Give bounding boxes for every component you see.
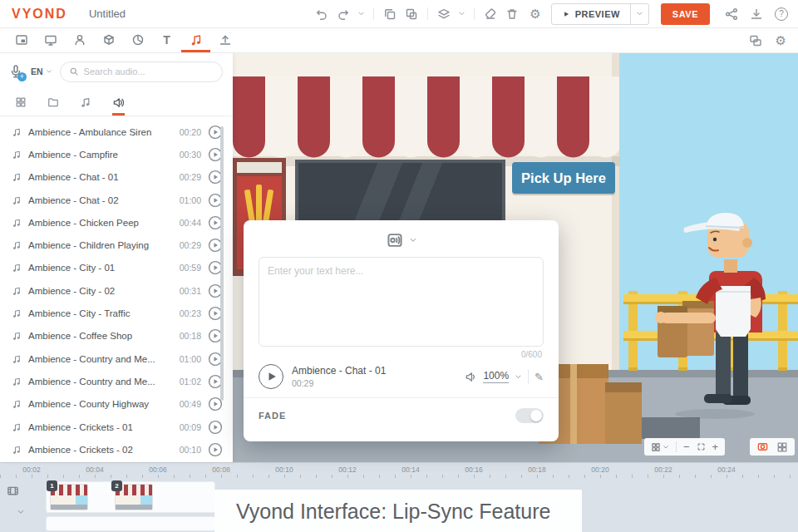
play-preview-button[interactable]	[208, 420, 223, 435]
order-layers-button[interactable]	[435, 4, 453, 24]
manage-scenes-icon[interactable]	[749, 34, 762, 47]
lipsync-dialog: 0/600 Ambience - Chat - 01 00:29 100% ✎ …	[244, 220, 559, 441]
help-icon[interactable]: ?	[775, 7, 788, 21]
tab-upload[interactable]	[210, 28, 239, 52]
audio-list-item[interactable]: Ambience - Crickets - 02 00:10	[0, 438, 233, 461]
audio-volume-controls: 100% ✎	[465, 369, 544, 384]
audio-item-duration: 00:49	[180, 399, 201, 409]
audio-item-name: Ambience - City - 02	[28, 286, 173, 296]
camera-icon[interactable]	[756, 441, 769, 453]
search-icon	[69, 66, 79, 76]
fade-label: FADE	[259, 411, 286, 421]
audio-item-duration: 00:09	[180, 422, 201, 432]
copy-style-button[interactable]	[402, 4, 421, 24]
audio-list-item[interactable]: Ambience - Campfire 00:30	[0, 143, 233, 165]
audio-item-duration: 00:44	[180, 218, 201, 228]
dialog-text-input[interactable]	[259, 257, 544, 347]
screens-grid-icon[interactable]	[776, 441, 788, 453]
preview-button[interactable]: PREVIEW	[552, 4, 630, 24]
fade-toggle[interactable]	[515, 408, 544, 423]
language-value: EN	[31, 66, 43, 76]
scene-thumbnail[interactable]: 1	[50, 484, 88, 510]
tab-audio-sound-effects[interactable]	[112, 90, 125, 116]
audio-item-name: Ambience - City - Traffic	[28, 308, 173, 318]
save-button[interactable]: SAVE	[661, 3, 710, 25]
tab-background[interactable]	[36, 28, 65, 52]
redo-button[interactable]	[334, 4, 352, 24]
audio-list-item[interactable]: Ambience - City - Traffic 00:23	[0, 302, 233, 324]
audio-list-item[interactable]: Ambience - Chat - 01 00:29	[0, 166, 233, 189]
tab-audio-library[interactable]	[47, 90, 59, 116]
music-note-icon	[12, 445, 22, 455]
eraser-button[interactable]	[481, 4, 500, 24]
time-tick-label: 00:02	[0, 463, 63, 474]
topbar-right-icons: ?	[725, 7, 788, 21]
zoom-out-button[interactable]: −	[683, 441, 690, 452]
preview-options-chevron[interactable]	[630, 4, 648, 24]
audio-search-box[interactable]	[60, 62, 223, 82]
zoom-fit-button[interactable]	[697, 442, 706, 451]
video-caption-overlay: Vyond Interface: Lip-Sync Feature	[214, 490, 582, 532]
lipsync-icon[interactable]	[386, 231, 404, 249]
history-chevron-icon[interactable]	[356, 4, 367, 24]
search-input[interactable]	[84, 66, 214, 76]
audio-item-duration: 00:18	[180, 331, 201, 341]
preview-label: PREVIEW	[575, 9, 620, 19]
undo-button[interactable]	[313, 4, 331, 24]
tab-character[interactable]	[65, 28, 94, 52]
audio-list-item[interactable]: Ambience - Children Playing 00:29	[0, 234, 233, 256]
chevron-down-icon[interactable]	[409, 236, 417, 244]
music-note-icon	[12, 263, 22, 273]
language-selector[interactable]: EN	[31, 66, 52, 76]
delivery-character[interactable]	[636, 208, 790, 422]
audio-list-item[interactable]: Ambience - Chat - 02 01:00	[0, 189, 233, 211]
tab-props[interactable]	[94, 28, 123, 52]
grid-view-toggle[interactable]	[651, 442, 669, 452]
audio-list-item[interactable]: Ambience - County Highway 00:49	[0, 393, 233, 416]
tab-audio-music[interactable]	[80, 90, 91, 116]
audio-track-duration: 00:29	[292, 378, 386, 388]
vyond-logo[interactable]: VYOND	[12, 7, 67, 22]
scene-track[interactable]: 1 2	[46, 481, 215, 513]
audio-list-item[interactable]: Ambience - Coffee Shop 00:18	[0, 325, 233, 347]
audio-play-button[interactable]	[259, 364, 283, 389]
timeline-ruler[interactable]: 00:0200:0400:0600:0800:1000:1200:1400:16…	[0, 463, 798, 478]
audio-item-name: Ambience - Children Playing	[28, 240, 173, 250]
striped-awning	[233, 76, 619, 158]
video-track-icon	[7, 485, 19, 497]
layers-chevron-icon[interactable]	[456, 4, 467, 24]
collapse-track-chevron[interactable]	[17, 508, 25, 516]
tab-charts[interactable]	[123, 28, 152, 52]
audio-list-item[interactable]: Ambience - City - 01 00:59	[0, 257, 233, 279]
audio-list-item[interactable]: Ambience - Country and Me... 01:02	[0, 370, 233, 392]
audio-panel-controls: + EN	[0, 53, 233, 90]
tab-text[interactable]: T	[152, 28, 181, 52]
audio-list-item[interactable]: Ambience - Chicken Peep 00:44	[0, 211, 233, 234]
chevron-down-icon[interactable]	[515, 373, 522, 381]
audio-track[interactable]	[46, 516, 215, 531]
edit-pencil-icon[interactable]: ✎	[534, 372, 544, 382]
poster-header	[237, 162, 282, 173]
scene-thumbnail[interactable]: 2	[115, 484, 153, 510]
record-voice-button[interactable]: +	[8, 64, 23, 79]
volume-value[interactable]: 100%	[483, 370, 509, 383]
audio-list-item[interactable]: Ambience - Country and Me... 01:00	[0, 347, 233, 370]
share-icon[interactable]	[725, 7, 738, 21]
zoom-in-button[interactable]: +	[712, 441, 719, 452]
download-icon[interactable]	[750, 7, 763, 21]
tab-audio[interactable]	[181, 28, 210, 52]
tab-audio-all[interactable]	[15, 90, 27, 116]
audio-list-item[interactable]: Ambience - Ambulance Siren 00:20	[0, 121, 233, 143]
chevron-down-icon	[46, 68, 52, 75]
settings-gear-icon[interactable]: ⚙	[530, 7, 540, 20]
project-title[interactable]: Untitled	[89, 7, 126, 20]
stage-settings-gear-icon[interactable]: ⚙	[776, 34, 786, 47]
audio-list-item[interactable]: Ambience - Crickets - 01 00:09	[0, 416, 233, 438]
panel-scrollbar[interactable]	[220, 126, 224, 401]
delete-button[interactable]	[503, 4, 521, 24]
audio-list-item[interactable]: Ambience - City - 02 00:31	[0, 279, 233, 302]
play-preview-button[interactable]	[208, 442, 223, 457]
duplicate-button[interactable]	[381, 4, 399, 24]
timeline: 00:0200:0400:0600:0800:1000:1200:1400:16…	[0, 462, 798, 532]
tab-templates[interactable]	[7, 28, 36, 52]
